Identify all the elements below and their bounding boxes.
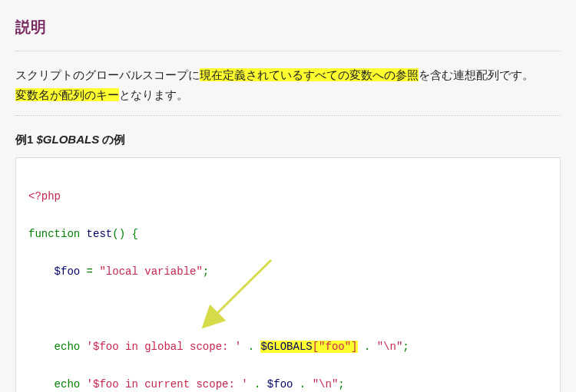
code-line-blank-1 (28, 300, 548, 319)
globals-var: $GLOBALS (260, 341, 312, 353)
str-current-scope: '$foo in current scope: ' (80, 378, 247, 390)
example-label: 例1 $GLOBALS の例 (15, 130, 561, 150)
desc-text-post: となります。 (119, 88, 188, 101)
code-line-5: echo '$foo in global scope: ' . $GLOBALS… (28, 338, 548, 357)
desc-highlight-2: 変数名が配列のキー (15, 88, 119, 101)
str-local: "local variable" (99, 265, 202, 278)
example-label-code: $GLOBALS (37, 133, 100, 146)
description-paragraph: スクリプトのグローバルスコープに現在定義されているすべての変数への参照を含む連想… (15, 65, 561, 104)
highlight-globals: $GLOBALS["foo"] (260, 341, 357, 353)
globals-index: ["foo"] (313, 341, 358, 353)
divider-top (15, 51, 561, 51)
brace-open: () { (112, 228, 138, 240)
keyword-echo-2: echo (55, 378, 81, 390)
func-name: test (80, 228, 112, 240)
var-foo-echo: $foo (267, 378, 293, 390)
var-foo-local: $foo (55, 265, 81, 278)
keyword-echo-1: echo (55, 341, 81, 353)
example-label-suffix: の例 (99, 133, 125, 146)
divider-bottom (15, 115, 561, 116)
desc-text-pre: スクリプトのグローバルスコープに (15, 68, 200, 81)
keyword-function: function (28, 228, 80, 240)
code-line-6: echo '$foo in current scope: ' . $foo . … (28, 375, 548, 392)
code-line-3: $foo = "local variable"; (28, 262, 548, 282)
page: 説明 スクリプトのグローバルスコープに現在定義されているすべての変数への参照を含… (0, 14, 576, 392)
code-block: <?php function test() { $foo = "local va… (15, 157, 561, 393)
str-global-scope: '$foo in global scope: ' (80, 341, 241, 353)
code-line-1: <?php (28, 187, 548, 206)
php-open-tag: <?php (28, 190, 61, 203)
section-heading: 説明 (15, 14, 561, 40)
desc-text-mid: を含む連想配列です。 (419, 68, 534, 81)
code-line-2: function test() { (28, 225, 548, 244)
desc-highlight-1: 現在定義されているすべての変数への参照 (200, 68, 419, 81)
example-label-prefix: 例1 (15, 133, 37, 146)
